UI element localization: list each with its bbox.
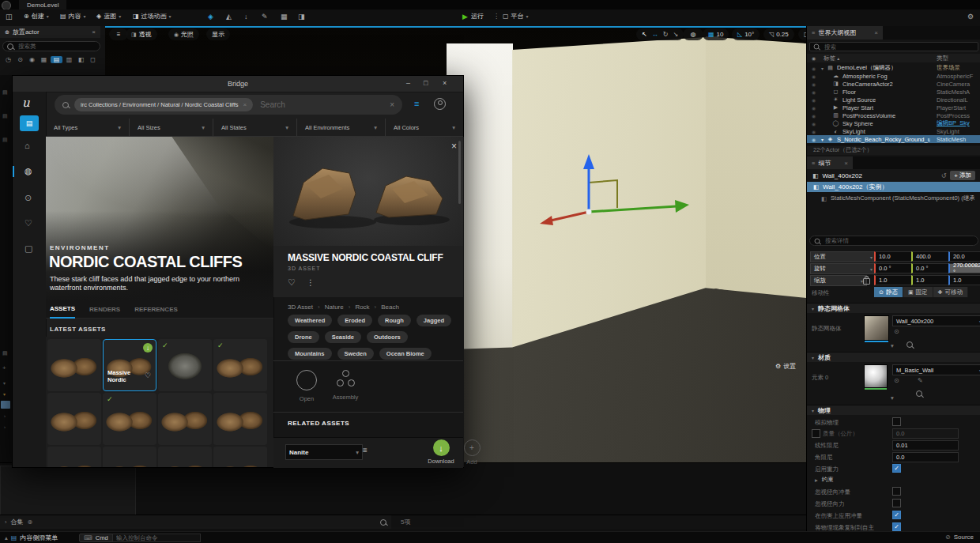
outliner-row[interactable]: ◉ ▶ Player Start PlayerStart: [807, 104, 980, 111]
tag-pill[interactable]: Mountains: [288, 348, 332, 360]
outliner-row[interactable]: ◉ ☀ Light Source DirectionalL: [807, 96, 980, 104]
outliner-row[interactable]: ◉ ▾ ▤ DemoLevel（编辑器） 世界场景: [807, 64, 980, 72]
misc-category-icon[interactable]: ◻: [88, 56, 98, 63]
add-button[interactable]: + Add: [460, 439, 484, 466]
breadcrumb-item[interactable]: Rock: [355, 304, 369, 311]
scale-label-dropdown[interactable]: 缩放 ▾: [810, 275, 867, 286]
assembly-action[interactable]: Assembly: [327, 370, 364, 401]
location-label-dropdown[interactable]: 位置 ▾: [810, 251, 876, 262]
account-avatar-icon[interactable]: [434, 98, 446, 110]
details-search[interactable]: [809, 236, 978, 246]
tag-pill[interactable]: Outdoors: [367, 331, 408, 343]
rotate-tool-icon[interactable]: ↻: [663, 31, 669, 38]
use-selected-icon[interactable]: ⊙: [894, 377, 899, 384]
sidebar-item-account[interactable]: ⊙: [24, 193, 32, 203]
outliner-search-input[interactable]: [823, 43, 952, 51]
asset-tile[interactable]: [103, 447, 156, 467]
grid-snap-control[interactable]: ▦ 10: [703, 28, 729, 40]
asset-tile[interactable]: [213, 447, 267, 467]
tag-pill[interactable]: Drone: [288, 331, 319, 343]
expander-icon[interactable]: ▾: [821, 137, 824, 142]
play-button[interactable]: ▶ 运行: [462, 12, 484, 21]
collections-search-icon[interactable]: [380, 519, 386, 526]
mass-override-checkbox[interactable]: [812, 429, 820, 438]
location-z-field[interactable]: 20.0: [948, 251, 980, 262]
search-filter-chip[interactable]: irc Collections / Environment / Natural …: [74, 98, 253, 111]
lights-category-icon[interactable]: ◉: [27, 56, 37, 63]
lit-dropdown[interactable]: ◉ 光照: [168, 28, 199, 40]
reset-icon[interactable]: ↺: [941, 172, 947, 179]
rotation-snap-control[interactable]: ◺ 10°: [732, 28, 760, 40]
camera-speed-control[interactable]: ◨ 1: [798, 28, 806, 40]
location-x-field[interactable]: 10.0: [874, 251, 914, 262]
component-row-selected[interactable]: ◧ Wall_400x202（实例）: [807, 182, 980, 192]
filter-all-types[interactable]: All Types▾: [46, 119, 130, 136]
use-selected-icon[interactable]: ⊙: [894, 328, 899, 335]
quality-select[interactable]: Nanite ▾: [285, 444, 363, 460]
place-actors-tab[interactable]: ⊕ 放置actor ×: [0, 26, 100, 38]
scale-snap-control[interactable]: ◹ 0.25: [763, 28, 794, 40]
more-options-kebab[interactable]: ⋮: [307, 278, 315, 287]
rail-folder-icon[interactable]: ▤: [2, 350, 8, 356]
download-settings-icon[interactable]: ≡: [363, 446, 368, 454]
outliner-row[interactable]: ◉ ▥ PostProcessVolume PostProcess: [807, 111, 980, 119]
viewport-settings-overlay[interactable]: ⚙ 设置: [775, 362, 796, 371]
sidebar-item-home[interactable]: ⌂: [24, 141, 30, 150]
tab-renders[interactable]: RENDERS: [89, 306, 120, 313]
breadcrumb-item[interactable]: 3D Asset: [288, 304, 313, 311]
landscape-mode-icon[interactable]: ◭: [226, 13, 232, 21]
favorite-heart-icon[interactable]: ♡: [145, 371, 151, 379]
sidebar-item-favorites[interactable]: ♡: [24, 218, 32, 228]
basic-category-icon[interactable]: ⊙: [15, 56, 25, 63]
place-actors-search-input[interactable]: [17, 42, 91, 51]
tab-references[interactable]: REFERENCES: [134, 306, 178, 313]
asset-tile[interactable]: [47, 447, 101, 467]
platform-button[interactable]: ▢ 平台 ▾: [503, 12, 529, 21]
eye-icon[interactable]: ◉: [812, 121, 818, 126]
scale-lock-icon[interactable]: [863, 278, 870, 285]
section-expander-icon[interactable]: ▾: [891, 342, 894, 349]
rail-add-icon[interactable]: +: [2, 364, 6, 371]
create-button[interactable]: ⊕ 创建 ▾: [24, 12, 49, 21]
play-options-kebab[interactable]: ⋮: [493, 13, 499, 20]
physics-section-header[interactable]: ▾ 物理: [807, 405, 980, 415]
apply-impulse-on-damage-checkbox[interactable]: ✓: [892, 511, 901, 519]
material-thumbnail[interactable]: [864, 364, 888, 388]
mobility-movable-button[interactable]: ✚ 可移动: [933, 287, 968, 297]
location-y-field[interactable]: 400.0: [911, 251, 952, 262]
rail-chevron-icon[interactable]: ▾: [3, 380, 6, 386]
scale-z-field[interactable]: 1.0: [948, 275, 980, 285]
rail-panel-icon[interactable]: ▤: [2, 89, 8, 96]
edit-blueprint-link[interactable]: 编辑BP_Sky: [937, 119, 980, 127]
bridge-title-bar[interactable]: Bridge – □ ×: [13, 76, 463, 92]
world-local-toggle[interactable]: ◍: [683, 28, 703, 40]
close-detail-icon[interactable]: ×: [451, 141, 457, 152]
rail-panel-icon[interactable]: ▤: [2, 113, 8, 119]
clear-search-icon[interactable]: ×: [390, 100, 394, 109]
tab-assets[interactable]: ASSETS: [50, 300, 75, 319]
cinematics-button[interactable]: ◨ 过场动画 ▾: [133, 12, 172, 21]
asset-tile[interactable]: [158, 393, 212, 445]
simulate-physics-checkbox[interactable]: [892, 417, 901, 426]
rotation-x-field[interactable]: 0.0 °: [874, 263, 914, 273]
eye-icon[interactable]: ◉: [812, 97, 818, 103]
content-drawer-button[interactable]: ▴ ▤ 内容侧滑菜单: [5, 534, 58, 542]
outliner-row-selected[interactable]: ◉ ▾ ◈ S_Nordic_Beach_Rocky_Ground_ue3nfb…: [807, 135, 980, 143]
filter-all-sizes[interactable]: All Sizes▾: [130, 119, 213, 136]
tag-pill[interactable]: Ocean Biome: [379, 348, 432, 360]
ignore-radial-force-checkbox[interactable]: [892, 499, 901, 507]
rail-selected-item[interactable]: [1, 401, 10, 409]
section-expander-icon[interactable]: ▾: [891, 394, 894, 402]
asset-tile[interactable]: [213, 393, 267, 445]
move-tool-icon[interactable]: ↔: [652, 31, 658, 38]
component-row-child[interactable]: ◧ StaticMeshComponent (StaticMeshCompone…: [807, 194, 980, 203]
fracture-mode-icon[interactable]: ◨: [298, 13, 305, 21]
eye-icon[interactable]: ◉: [812, 74, 818, 79]
perspective-dropdown[interactable]: ◨ 透视: [126, 28, 157, 40]
geometry-category-icon[interactable]: ▤: [51, 56, 62, 63]
eye-icon[interactable]: ◉: [812, 113, 818, 119]
outliner-search[interactable]: [809, 42, 978, 51]
add-component-button[interactable]: + 添加: [950, 171, 975, 180]
details-search-input[interactable]: [824, 236, 953, 245]
breadcrumb-item[interactable]: Nature: [325, 304, 344, 311]
